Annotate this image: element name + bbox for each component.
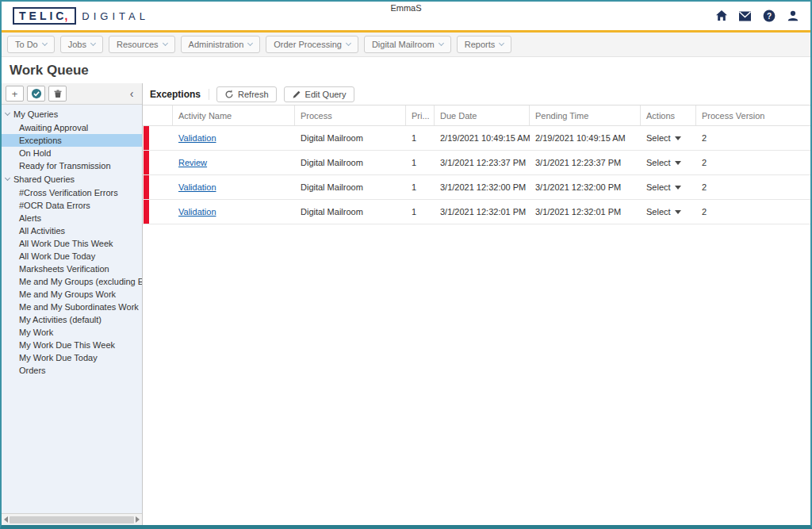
query-item[interactable]: Me and My Subordinates Work bbox=[2, 301, 142, 313]
query-item[interactable]: Ready for Transmission bbox=[2, 159, 142, 172]
query-item[interactable]: Alerts bbox=[2, 212, 142, 224]
chevron-down-icon bbox=[247, 40, 253, 46]
menu-order-processing[interactable]: Order Processing bbox=[266, 36, 358, 53]
pending-time-cell: 2/19/2021 10:49:15 AM bbox=[530, 133, 641, 143]
caret-down-icon bbox=[675, 210, 681, 214]
query-item[interactable]: My Work Due Today bbox=[2, 351, 142, 364]
due-date-cell: 3/1/2021 12:32:00 PM bbox=[435, 182, 530, 192]
table-row: Validation Digital Mailroom 1 3/1/2021 1… bbox=[143, 200, 810, 224]
priority-flag bbox=[144, 175, 149, 199]
actions-select[interactable]: Select bbox=[646, 133, 681, 143]
header-icon-group: ? bbox=[714, 10, 799, 23]
process-cell: Digital Mailroom bbox=[295, 158, 406, 167]
logo-telic: TELIC, bbox=[13, 7, 76, 25]
query-item[interactable]: Orders bbox=[2, 364, 142, 377]
scrollbar-thumb[interactable] bbox=[10, 516, 134, 523]
table-row: Validation Digital Mailroom 1 3/1/2021 1… bbox=[143, 175, 810, 200]
process-version-cell: 2 bbox=[696, 207, 810, 217]
menu-reports[interactable]: Reports bbox=[457, 36, 512, 53]
caret-down-icon bbox=[675, 186, 681, 190]
chevron-down-icon bbox=[439, 40, 444, 46]
user-icon[interactable] bbox=[786, 10, 799, 23]
table-row: Validation Digital Mailroom 1 2/19/2021 … bbox=[143, 126, 810, 151]
menu-administration[interactable]: Administration bbox=[181, 36, 261, 53]
collapse-caret-icon[interactable] bbox=[5, 175, 10, 181]
logo-red-mark: , bbox=[64, 10, 71, 22]
priority-cell: 1 bbox=[406, 207, 435, 217]
logo-digital: DIGITAL bbox=[82, 10, 149, 22]
scroll-right-icon[interactable] bbox=[136, 516, 140, 523]
mail-icon[interactable] bbox=[738, 10, 752, 23]
menu-to-do[interactable]: To Do bbox=[7, 36, 55, 53]
query-sidebar: + ‹ My Queries Awaiting Approval bbox=[2, 83, 143, 525]
query-item[interactable]: Me and My Groups (excluding Ever bbox=[2, 275, 142, 288]
query-group-header[interactable]: Shared Queries bbox=[2, 172, 142, 186]
menu-jobs[interactable]: Jobs bbox=[60, 36, 103, 53]
activity-link[interactable]: Validation bbox=[178, 207, 216, 217]
approve-query-button[interactable] bbox=[27, 86, 45, 102]
table-header: Activity NameProcessPri...Due DatePendin… bbox=[143, 105, 810, 126]
menu-resources[interactable]: Resources bbox=[109, 36, 175, 53]
column-header[interactable]: Process bbox=[295, 105, 406, 125]
add-query-button[interactable]: + bbox=[6, 86, 24, 102]
priority-flag bbox=[144, 151, 149, 174]
collapse-caret-icon[interactable] bbox=[5, 110, 10, 116]
logged-in-user: EmmaS bbox=[390, 3, 421, 13]
help-icon[interactable]: ? bbox=[762, 10, 776, 23]
column-header[interactable]: Process Version bbox=[696, 105, 810, 125]
actions-select[interactable]: Select bbox=[646, 182, 681, 192]
active-query-label: Exceptions bbox=[150, 89, 209, 100]
pending-time-cell: 3/1/2021 12:32:00 PM bbox=[530, 182, 641, 192]
query-item[interactable]: All Activities bbox=[2, 224, 142, 237]
content-toolbar: Exceptions Refresh Edit Query bbox=[143, 83, 810, 105]
activity-link[interactable]: Review bbox=[178, 158, 207, 167]
check-circle-icon bbox=[31, 88, 42, 99]
priority-flag bbox=[144, 200, 149, 224]
priority-cell: 1 bbox=[406, 182, 435, 192]
sidebar-horizontal-scrollbar[interactable] bbox=[2, 513, 142, 525]
scroll-left-icon[interactable] bbox=[4, 516, 8, 523]
query-item[interactable]: Exceptions bbox=[2, 134, 142, 147]
process-version-cell: 2 bbox=[696, 133, 810, 143]
process-cell: Digital Mailroom bbox=[295, 133, 406, 143]
priority-cell: 1 bbox=[406, 158, 435, 167]
activity-link[interactable]: Validation bbox=[178, 182, 216, 192]
pencil-icon bbox=[292, 90, 301, 99]
menu-digital-mailroom[interactable]: Digital Mailroom bbox=[364, 36, 451, 53]
actions-select[interactable]: Select bbox=[646, 158, 681, 167]
actions-select[interactable]: Select bbox=[646, 207, 681, 217]
query-item[interactable]: Awaiting Approval bbox=[2, 121, 142, 134]
query-item[interactable]: My Work bbox=[2, 326, 142, 339]
query-item[interactable]: All Work Due This Week bbox=[2, 237, 142, 250]
activity-link[interactable]: Validation bbox=[178, 133, 216, 143]
query-item[interactable]: Marksheets Verification bbox=[2, 263, 142, 275]
caret-down-icon bbox=[675, 161, 681, 165]
column-header[interactable]: Activity Name bbox=[173, 105, 295, 125]
process-cell: Digital Mailroom bbox=[295, 182, 406, 192]
query-item[interactable]: On Hold bbox=[2, 147, 142, 159]
page-title: Work Queue bbox=[2, 57, 810, 83]
refresh-button[interactable]: Refresh bbox=[216, 86, 277, 102]
column-header[interactable]: Pri... bbox=[406, 105, 435, 125]
delete-query-button[interactable] bbox=[48, 86, 67, 102]
query-item[interactable]: #Cross Verification Errors bbox=[2, 186, 142, 199]
query-item[interactable]: #OCR Data Errors bbox=[2, 199, 142, 212]
query-tree: My Queries Awaiting Approval Exceptions … bbox=[2, 105, 142, 513]
column-header[interactable] bbox=[143, 105, 173, 125]
column-header[interactable]: Due Date bbox=[435, 105, 530, 125]
chevron-down-icon bbox=[163, 40, 168, 46]
caret-down-icon bbox=[675, 136, 681, 140]
query-group-header[interactable]: My Queries bbox=[2, 107, 142, 121]
collapse-sidebar-button[interactable]: ‹ bbox=[125, 86, 138, 102]
app-header: TELIC, DIGITAL EmmaS ? bbox=[2, 2, 810, 33]
column-header[interactable]: Pending Time bbox=[530, 105, 641, 125]
query-item[interactable]: My Work Due This Week bbox=[2, 339, 142, 351]
edit-query-button[interactable]: Edit Query bbox=[284, 86, 354, 102]
due-date-cell: 3/1/2021 12:32:01 PM bbox=[435, 207, 530, 217]
query-item[interactable]: All Work Due Today bbox=[2, 250, 142, 263]
priority-flag bbox=[144, 126, 149, 150]
query-item[interactable]: My Activities (default) bbox=[2, 313, 142, 326]
column-header[interactable]: Actions bbox=[641, 105, 696, 125]
query-item[interactable]: Me and My Groups Work bbox=[2, 288, 142, 301]
home-icon[interactable] bbox=[714, 10, 728, 23]
